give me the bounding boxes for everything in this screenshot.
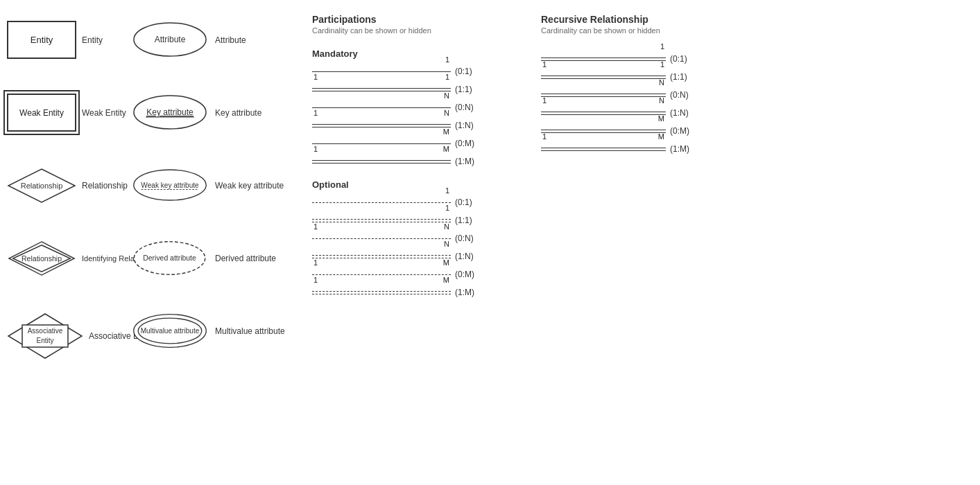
cardinality-opt-1-n: (1:N) bbox=[455, 252, 483, 261]
opt-line-2: 1 N bbox=[312, 231, 451, 245]
cardinality-opt-0-n: (0:N) bbox=[455, 233, 483, 243]
identifying-relationship-shape: Relationship bbox=[7, 239, 76, 277]
weak-key-attribute-shape: Weak key attribute bbox=[132, 166, 208, 204]
rec-line-0: 1 bbox=[541, 52, 666, 66]
relationship-label: Relationship bbox=[82, 181, 128, 191]
attribute-item: Attribute Attribute bbox=[132, 14, 298, 66]
rec-row-4: M (0:M) bbox=[541, 124, 735, 138]
participations-subtitle: Cardinality can be shown or hidden bbox=[312, 26, 520, 35]
multivalue-attribute-shape: Multivalue attribute bbox=[132, 312, 208, 350]
entity-shape-label: entity bbox=[31, 35, 53, 45]
weak-key-attribute-item: Weak key attribute Weak key attribute bbox=[132, 159, 298, 211]
recursive-title: Recursive Relationship bbox=[541, 14, 735, 25]
svg-text:Entity: Entity bbox=[36, 337, 53, 344]
derived-attribute-item: Derived attribute Derived attribute bbox=[132, 232, 298, 284]
optional-row-0: 1 (0:1) bbox=[312, 195, 520, 209]
svg-text:Attribute: Attribute bbox=[155, 35, 186, 44]
rec-row-5: 1 M (1:M) bbox=[541, 142, 735, 156]
derived-attribute-label: Derived attribute bbox=[215, 254, 276, 263]
svg-text:Weak key attribute: Weak key attribute bbox=[141, 182, 199, 189]
mandatory-row-5: 1 M (1:M) bbox=[312, 155, 520, 168]
associative-entity-item: Associative Entity Associative Entity bbox=[7, 305, 118, 367]
svg-text:Key attribute: Key attribute bbox=[146, 107, 194, 117]
part-line-3: 1 N bbox=[312, 118, 451, 132]
key-attribute-item: Key attribute Key attribute bbox=[132, 87, 298, 139]
rec-line-5: 1 M bbox=[541, 142, 666, 156]
optional-title: Optional bbox=[312, 179, 520, 190]
participations-title: Participations bbox=[312, 14, 520, 25]
entity-label: Entity bbox=[82, 35, 103, 45]
entity-shape: entity bbox=[7, 21, 76, 59]
opt-line-5: 1 M bbox=[312, 285, 451, 299]
svg-text:Multivalue attribute: Multivalue attribute bbox=[141, 327, 200, 335]
key-attribute-label: Key attribute bbox=[215, 108, 261, 118]
rec-cardinality-1-1: (1:1) bbox=[670, 72, 698, 82]
weak-entity-shape-label: Weak Entity bbox=[19, 108, 64, 118]
mandatory-row-1: 1 1 (1:1) bbox=[312, 82, 520, 96]
cardinality-opt-0-m: (0:M) bbox=[455, 270, 483, 279]
cardinality-0-1-mandatory: (0:1) bbox=[455, 67, 483, 76]
rec-row-2: N (0:N) bbox=[541, 88, 735, 102]
rec-line-4: M bbox=[541, 124, 666, 138]
multivalue-attribute-label: Multivalue attribute bbox=[215, 326, 285, 336]
cardinality-0-n-mandatory: (0:N) bbox=[455, 103, 483, 112]
opt-line-4: 1 M bbox=[312, 267, 451, 281]
cardinality-1-m-mandatory: (1:M) bbox=[455, 157, 483, 166]
weak-entity-shape: Weak Entity bbox=[7, 94, 76, 132]
opt-line-0: 1 bbox=[312, 195, 451, 209]
rec-line-2: N bbox=[541, 88, 666, 102]
rec-row-0: 1 (0:1) bbox=[541, 52, 735, 66]
cardinality-1-1-mandatory: (1:1) bbox=[455, 85, 483, 94]
derived-attribute-shape: Derived attribute bbox=[132, 239, 208, 277]
participations-panel: Participations Cardinality can be shown … bbox=[312, 14, 520, 471]
multivalue-attribute-item: Multivalue attribute Multivalue attribut… bbox=[132, 305, 298, 357]
rec-cardinality-0-n: (0:N) bbox=[670, 90, 698, 100]
optional-row-5: 1 M (1:M) bbox=[312, 285, 520, 299]
rec-line-3: 1 N bbox=[541, 106, 666, 120]
svg-text:Relationship: Relationship bbox=[22, 254, 62, 262]
optional-row-2: 1 N (0:N) bbox=[312, 231, 520, 245]
recursive-panel: Recursive Relationship Cardinality can b… bbox=[541, 14, 735, 471]
mandatory-row-4: M (0:M) bbox=[312, 136, 520, 150]
svg-text:Associative: Associative bbox=[28, 327, 63, 335]
cardinality-opt-0-1: (0:1) bbox=[455, 197, 483, 207]
opt-line-1: 1 bbox=[312, 213, 451, 227]
rec-cardinality-1-m: (1:M) bbox=[670, 144, 698, 154]
optional-row-1: 1 (1:1) bbox=[312, 213, 520, 227]
cardinality-0-m-mandatory: (0:M) bbox=[455, 139, 483, 148]
cardinality-1-n-mandatory: (1:N) bbox=[455, 121, 483, 130]
cardinality-opt-1-m: (1:M) bbox=[455, 288, 483, 297]
attribute-label: Attribute bbox=[215, 35, 246, 45]
associative-entity-shape: Associative Entity bbox=[7, 314, 83, 359]
cardinality-opt-1-1: (1:1) bbox=[455, 215, 483, 225]
rec-cardinality-0-m: (0:M) bbox=[670, 126, 698, 136]
rec-row-1: 1 1 (1:1) bbox=[541, 70, 735, 84]
part-line-1: 1 1 bbox=[312, 82, 451, 96]
mandatory-row-0: 1 (0:1) bbox=[312, 64, 520, 78]
svg-text:Relationship: Relationship bbox=[21, 182, 63, 190]
entity-item: entity Entity bbox=[7, 14, 118, 66]
mandatory-row-2: N (0:N) bbox=[312, 100, 520, 114]
part-line-2: N bbox=[312, 100, 451, 114]
part-line-5: 1 M bbox=[312, 155, 451, 168]
rec-row-3: 1 N (1:N) bbox=[541, 106, 735, 120]
mandatory-title: Mandatory bbox=[312, 48, 520, 59]
rec-line-1: 1 1 bbox=[541, 70, 666, 84]
weak-entity-item: Weak Entity Weak Entity bbox=[7, 87, 118, 139]
rec-cardinality-0-1: (0:1) bbox=[670, 54, 698, 64]
key-attribute-shape: Key attribute bbox=[132, 94, 208, 132]
identifying-relationship-item: Relationship Identifying Relationship bbox=[7, 232, 118, 284]
attribute-shape: Attribute bbox=[132, 21, 208, 59]
recursive-subtitle: Cardinality can be shown or hidden bbox=[541, 26, 735, 35]
relationship-shape: Relationship bbox=[7, 166, 76, 204]
optional-row-4: 1 M (0:M) bbox=[312, 267, 520, 281]
part-line-4: M bbox=[312, 136, 451, 150]
weak-key-attribute-label: Weak key attribute bbox=[215, 181, 284, 191]
svg-text:Derived attribute: Derived attribute bbox=[143, 254, 196, 262]
relationship-item: Relationship Relationship bbox=[7, 159, 118, 211]
mandatory-row-3: 1 N (1:N) bbox=[312, 118, 520, 132]
weak-entity-label: Weak Entity bbox=[82, 108, 126, 118]
optional-row-3: N (1:N) bbox=[312, 249, 520, 263]
part-line-0: 1 bbox=[312, 64, 451, 78]
opt-line-3: N bbox=[312, 249, 451, 263]
